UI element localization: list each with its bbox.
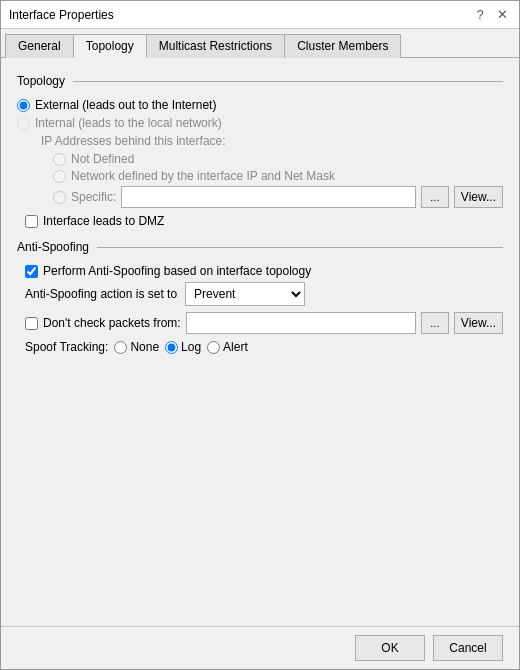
ip-radio-group: Not Defined Network defined by the inter… <box>53 152 503 208</box>
not-defined-label: Not Defined <box>71 152 134 166</box>
spoof-tracking-row: Spoof Tracking: None Log Alert <box>25 340 503 354</box>
anti-spoofing-section-header: Anti-Spoofing <box>17 240 503 254</box>
dmz-checkbox-item[interactable]: Interface leads to DMZ <box>25 214 503 228</box>
network-defined-radio[interactable] <box>53 170 66 183</box>
external-label: External (leads out to the Internet) <box>35 98 216 112</box>
external-radio-item[interactable]: External (leads out to the Internet) <box>17 98 503 112</box>
internal-radio[interactable] <box>17 117 30 130</box>
footer: OK Cancel <box>1 626 519 669</box>
network-defined-label: Network defined by the interface IP and … <box>71 169 335 183</box>
dmz-checkbox[interactable] <box>25 215 38 228</box>
ip-addresses-subsection: IP Addresses behind this interface: Not … <box>41 134 503 208</box>
close-button[interactable]: ✕ <box>493 6 511 24</box>
spoof-log-option[interactable]: Log <box>165 340 201 354</box>
network-defined-radio-item[interactable]: Network defined by the interface IP and … <box>53 169 503 183</box>
tab-multicast-restrictions[interactable]: Multicast Restrictions <box>146 34 285 58</box>
spoof-none-radio[interactable] <box>114 341 127 354</box>
specific-radio[interactable] <box>53 191 66 204</box>
tab-cluster-members[interactable]: Cluster Members <box>284 34 401 58</box>
spoof-log-radio[interactable] <box>165 341 178 354</box>
tab-general[interactable]: General <box>5 34 74 58</box>
specific-dots-button[interactable]: ... <box>421 186 449 208</box>
dont-check-row: Don't check packets from: ... View... <box>25 312 503 334</box>
dont-check-view-button[interactable]: View... <box>454 312 503 334</box>
spoof-alert-option[interactable]: Alert <box>207 340 248 354</box>
not-defined-radio[interactable] <box>53 153 66 166</box>
spoof-tracking-label: Spoof Tracking: <box>25 340 108 354</box>
perform-antispoof-item[interactable]: Perform Anti-Spoofing based on interface… <box>25 264 503 278</box>
dont-check-input[interactable] <box>186 312 416 334</box>
dmz-label: Interface leads to DMZ <box>43 214 164 228</box>
topology-section-line <box>73 81 503 82</box>
specific-view-button[interactable]: View... <box>454 186 503 208</box>
action-label: Anti-Spoofing action is set to <box>25 287 177 301</box>
tab-topology[interactable]: Topology <box>73 34 147 58</box>
dont-check-label: Don't check packets from: <box>43 316 181 330</box>
ip-addresses-label: IP Addresses behind this interface: <box>41 134 503 148</box>
help-button[interactable]: ? <box>471 6 489 24</box>
action-row: Anti-Spoofing action is set to Prevent D… <box>25 282 503 306</box>
specific-input[interactable] <box>121 186 416 208</box>
spoof-alert-label: Alert <box>223 340 248 354</box>
not-defined-radio-item[interactable]: Not Defined <box>53 152 503 166</box>
action-select[interactable]: Prevent Detect <box>185 282 305 306</box>
dont-check-dots-button[interactable]: ... <box>421 312 449 334</box>
internal-label: Internal (leads to the local network) <box>35 116 222 130</box>
spoof-alert-radio[interactable] <box>207 341 220 354</box>
content-area: Topology External (leads out to the Inte… <box>1 58 519 626</box>
dialog-title: Interface Properties <box>9 8 114 22</box>
spoof-none-label: None <box>130 340 159 354</box>
external-radio[interactable] <box>17 99 30 112</box>
spoof-log-label: Log <box>181 340 201 354</box>
anti-spoofing-section: Anti-Spoofing Perform Anti-Spoofing base… <box>17 240 503 354</box>
anti-spoofing-title: Anti-Spoofing <box>17 240 89 254</box>
specific-label: Specific: <box>71 190 116 204</box>
topology-section-title: Topology <box>17 74 65 88</box>
tab-bar: General Topology Multicast Restrictions … <box>1 29 519 58</box>
perform-antispoof-label: Perform Anti-Spoofing based on interface… <box>43 264 311 278</box>
title-bar: Interface Properties ? ✕ <box>1 1 519 29</box>
anti-spoofing-section-line <box>97 247 503 248</box>
spoof-none-option[interactable]: None <box>114 340 159 354</box>
dialog: Interface Properties ? ✕ General Topolog… <box>0 0 520 670</box>
specific-row: Specific: ... View... <box>53 186 503 208</box>
ok-button[interactable]: OK <box>355 635 425 661</box>
topology-section-header: Topology <box>17 74 503 88</box>
internal-radio-item[interactable]: Internal (leads to the local network) <box>17 116 503 130</box>
perform-antispoof-checkbox[interactable] <box>25 265 38 278</box>
dont-check-checkbox[interactable] <box>25 317 38 330</box>
title-bar-controls: ? ✕ <box>471 6 511 24</box>
cancel-button[interactable]: Cancel <box>433 635 503 661</box>
